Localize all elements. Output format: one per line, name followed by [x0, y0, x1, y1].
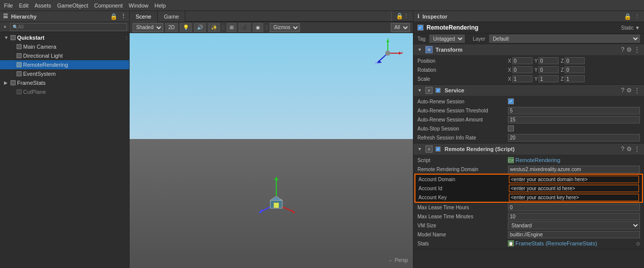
- scale-x-input[interactable]: [512, 75, 532, 82]
- hierarchy-item-main-camera[interactable]: Main Camera: [0, 42, 129, 51]
- auto-stop-session-checkbox[interactable]: [508, 125, 514, 131]
- tag-dropdown[interactable]: Untagged: [430, 35, 465, 43]
- component-service-header[interactable]: ▼ # ✓ Service ? ⚙ ⋮: [413, 85, 644, 96]
- property-model-name: Model Name: [413, 230, 644, 239]
- account-domain-input[interactable]: [509, 176, 639, 183]
- max-lease-minutes-input[interactable]: [508, 213, 640, 220]
- rr-domain-input[interactable]: [508, 166, 640, 173]
- light-button[interactable]: 💡: [180, 23, 192, 32]
- component-service: ▼ # ✓ Service ? ⚙ ⋮ Auto-Renew Session ✓: [413, 85, 644, 144]
- hierarchy-item-remote-rendering[interactable]: RemoteRendering: [0, 60, 129, 69]
- effects-button[interactable]: ✨: [208, 23, 220, 32]
- grid-button[interactable]: ⊞: [227, 23, 237, 32]
- tab-game[interactable]: Game: [158, 11, 185, 22]
- highlighted-account-section: Account Domain Account Id Account Key: [414, 174, 643, 203]
- hierarchy-lock-icon[interactable]: 🔒: [110, 13, 118, 20]
- position-y-input[interactable]: [539, 57, 559, 64]
- service-more-button[interactable]: ⋮: [634, 87, 640, 94]
- item-more-icon[interactable]: ⋮: [124, 35, 129, 41]
- position-x-input[interactable]: [512, 57, 532, 64]
- svg-text:Y: Y: [387, 38, 390, 41]
- hide-button[interactable]: ◉: [253, 23, 263, 32]
- hierarchy-item-quickstart[interactable]: ▼ Quickstart ⋮: [0, 33, 129, 42]
- service-settings-button[interactable]: ⚙: [626, 87, 632, 94]
- position-z-input[interactable]: [565, 57, 585, 64]
- max-lease-hours-input[interactable]: [508, 204, 640, 211]
- rr-domain-label: Remote Rendering Domain: [417, 167, 508, 172]
- auto-renew-session-checkbox[interactable]: ✓: [508, 98, 514, 104]
- all-dropdown[interactable]: All: [391, 23, 410, 32]
- inspector-lock-icon[interactable]: 🔒: [624, 13, 631, 20]
- rr-script-enabled-checkbox[interactable]: ✓: [436, 147, 441, 152]
- model-name-input[interactable]: [508, 231, 640, 238]
- 2d-button[interactable]: 2D: [165, 23, 178, 32]
- inspector-icon: ℹ: [417, 13, 419, 20]
- rr-script-more-button[interactable]: ⋮: [634, 146, 640, 153]
- assets-menu[interactable]: Assets: [33, 3, 53, 9]
- hierarchy-more-icon[interactable]: ⋮: [121, 13, 126, 20]
- inspector-object-row: ✓ RemoteRendering Static ▼: [413, 22, 644, 34]
- inspector-more-icon[interactable]: ⋮: [634, 13, 640, 20]
- lock-icon[interactable]: 🔒: [396, 13, 403, 20]
- hierarchy-item-frame-stats[interactable]: ▶ FrameStats: [0, 78, 129, 87]
- scene-object-gizmo[interactable]: [256, 169, 286, 209]
- rr-script-help-button[interactable]: ?: [621, 146, 624, 153]
- rr-script-settings-button[interactable]: ⚙: [626, 146, 632, 153]
- hierarchy-item-event-system[interactable]: EventSystem: [0, 69, 129, 78]
- transform-more-button[interactable]: ⋮: [634, 46, 640, 53]
- center-panel: Scene Game 🔒 ⋮ Shaded 2D 💡 🔊 ✨ || ⊞ ⬛ ◉: [130, 11, 413, 268]
- transform-expand-icon: ▼: [417, 47, 422, 52]
- layer-label: Layer: [473, 36, 485, 42]
- rotation-x-input[interactable]: [512, 66, 532, 73]
- tab-scene[interactable]: Scene: [130, 11, 158, 22]
- hierarchy-toolbar: + 🔍: [0, 22, 129, 32]
- transform-title: Transform: [436, 47, 618, 53]
- svg-text:Z: Z: [375, 61, 377, 65]
- layer-dropdown[interactable]: Default: [489, 35, 640, 43]
- gizmos-dropdown[interactable]: Gizmos: [270, 23, 300, 32]
- object-active-checkbox[interactable]: ✓: [417, 25, 423, 31]
- auto-renew-threshold-input[interactable]: [508, 107, 640, 114]
- svg-marker-15: [259, 209, 262, 213]
- static-label[interactable]: Static ▼: [621, 25, 640, 31]
- scale-y-input[interactable]: [539, 75, 559, 82]
- hierarchy-item-label: Quickstart: [17, 35, 44, 41]
- hierarchy-search-input[interactable]: [18, 24, 125, 30]
- edit-menu[interactable]: Edit: [17, 3, 31, 9]
- component-transform-header[interactable]: ▼ ⊞ Transform ? ⚙ ⋮: [413, 44, 644, 55]
- gizmo-widget[interactable]: Y X Z: [373, 38, 403, 68]
- component-rr-script-header[interactable]: ▼ # ✓ Remote Rendering (Script) ? ⚙ ⋮: [413, 144, 644, 155]
- gameobject-menu[interactable]: GameObject: [55, 3, 90, 9]
- help-menu[interactable]: Help: [152, 3, 168, 9]
- service-enabled-checkbox[interactable]: ✓: [436, 88, 441, 93]
- script-ref-name[interactable]: RemoteRendering: [515, 157, 560, 163]
- refresh-rate-input[interactable]: [508, 134, 640, 142]
- sound-button[interactable]: 🔊: [194, 23, 206, 32]
- render-button[interactable]: ⬛: [239, 23, 251, 32]
- account-key-input[interactable]: [509, 194, 639, 201]
- file-menu[interactable]: File: [2, 3, 15, 9]
- hierarchy-add-button[interactable]: +: [2, 24, 8, 30]
- rotation-y-input[interactable]: [539, 66, 559, 73]
- tab-scene-label: Scene: [136, 14, 151, 20]
- hierarchy-item-cut-plane[interactable]: CutPlane: [0, 87, 129, 96]
- shaded-dropdown[interactable]: Shaded: [133, 23, 163, 32]
- auto-renew-amount-input[interactable]: [508, 116, 640, 123]
- stats-link-icon[interactable]: ⊙: [636, 241, 640, 246]
- more-icon[interactable]: ⋮: [403, 13, 409, 20]
- main-layout: ☰ Hierarchy 🔒 ⋮ + 🔍 ▼ Quickstart ⋮: [0, 11, 644, 268]
- transform-help-button[interactable]: ?: [621, 46, 624, 53]
- rotation-z-input[interactable]: [565, 66, 585, 73]
- scale-z-input[interactable]: [565, 75, 585, 82]
- auto-renew-session-label: Auto-Renew Session: [417, 99, 508, 104]
- hierarchy-item-label: CutPlane: [23, 89, 46, 95]
- transform-settings-button[interactable]: ⚙: [626, 46, 632, 53]
- service-help-button[interactable]: ?: [621, 87, 624, 94]
- hierarchy-item-directional-light[interactable]: Directional Light: [0, 51, 129, 60]
- window-menu[interactable]: Window: [127, 3, 150, 9]
- vm-size-dropdown[interactable]: Standard: [508, 221, 640, 229]
- property-account-domain: Account Domain: [415, 175, 642, 184]
- account-id-input[interactable]: [509, 185, 639, 192]
- component-menu[interactable]: Component: [92, 3, 125, 9]
- stats-ref-name[interactable]: FrameStats (RemoteFrameStats): [515, 240, 597, 246]
